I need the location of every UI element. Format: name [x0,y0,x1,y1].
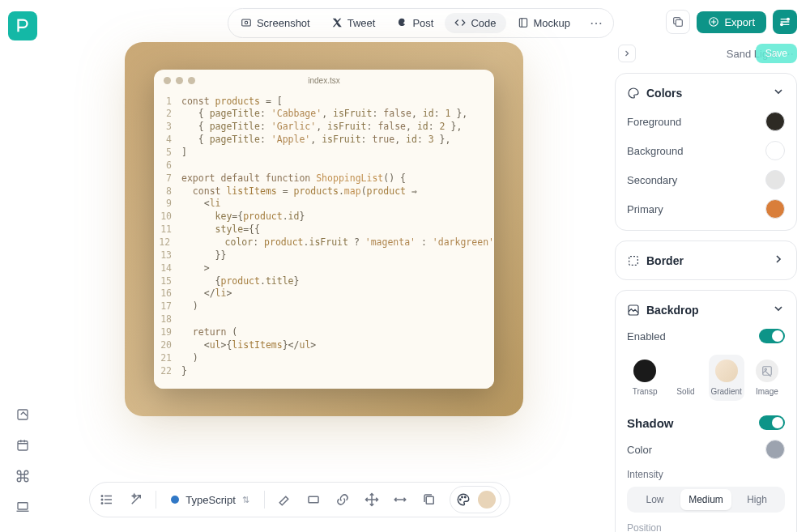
highlighter-icon[interactable] [276,490,294,509]
backdrop-frame[interactable]: index.tsx 1const products = [2 { pageTit… [125,42,523,416]
chevron-down-icon [772,85,785,100]
svg-point-9 [781,23,783,26]
intensity-label: Intensity [627,469,785,480]
laptop-icon[interactable] [15,500,30,517]
sidebar-collapse[interactable] [618,45,636,62]
language-label: TypeScript [185,494,235,506]
color-swatch[interactable] [765,170,785,189]
color-row: Primary [627,199,785,219]
backdrop-panel: Backdrop Enabled TranspSolidGradientImag… [615,290,797,532]
svg-point-15 [460,499,462,500]
svg-rect-6 [676,19,683,26]
backdrop-enabled-toggle[interactable] [759,329,785,343]
color-swatch[interactable] [765,112,785,131]
intensity-segmented: LowMediumHigh [627,487,785,513]
canvas: index.tsx 1const products = [2 { pageTit… [45,42,603,475]
mode-more[interactable]: ⋯ [582,11,611,35]
backdrop-option[interactable]: Transp [627,355,663,401]
code-line: 18 [154,313,494,326]
code-line: 12 color: product.isFruit ? 'magenta' : … [154,236,494,249]
command-icon[interactable] [15,469,30,487]
edit-icon[interactable] [15,407,30,425]
intensity-option[interactable]: Medium [680,489,731,510]
code-line: 4 { pageTitle: 'Apple', isFruit: true, i… [154,134,494,147]
code-line: 14 > [154,262,494,275]
code-line: 13 }} [154,249,494,262]
colors-panel: Colors ForegroundBackgroundSecondaryPrim… [615,73,797,231]
list-icon[interactable] [98,490,116,509]
code-line: 3 { pageTitle: 'Garlic', isFruit: false,… [154,121,494,134]
move-icon[interactable] [363,490,381,509]
color-swatch[interactable] [765,141,785,160]
border-panel: Border [615,240,797,280]
mode-screenshot[interactable]: Screenshot [231,13,320,33]
mode-mockup[interactable]: Mockup [508,13,581,33]
link-icon[interactable] [334,490,352,509]
code-line: 5] [154,147,494,160]
mode-post[interactable]: Post [386,13,443,33]
color-label: Foreground [627,116,681,128]
theme-swatch [478,491,496,509]
svg-rect-20 [763,367,772,376]
shadow-color-swatch[interactable] [765,440,785,459]
palette-icon [454,490,473,509]
backdrop-option[interactable]: Solid [667,355,703,401]
theme-picker[interactable] [450,486,501,513]
svg-rect-3 [242,19,251,26]
position-label: Position [627,522,785,532]
color-label: Background [627,145,683,157]
left-rail [0,0,45,532]
code-line: 21 ) [154,352,494,365]
window-header: index.tsx [154,70,494,92]
svg-point-11 [101,499,103,500]
code-line: 6 [154,160,494,172]
border-header[interactable]: Border [627,253,785,268]
calendar-icon[interactable] [15,438,30,456]
shadow-color-label: Color [627,444,652,456]
color-row: Foreground [627,112,785,131]
color-row: Background [627,141,785,160]
language-dot [171,496,179,504]
shadow-enabled-toggle[interactable] [759,415,785,430]
color-swatch[interactable] [765,199,785,219]
backdrop-option[interactable]: Image [749,355,785,401]
right-sidebar: Sand Light ⋯ Colors ForegroundBackground… [615,42,797,532]
bottom-dock: TypeScript ⇅ [89,482,510,517]
color-label: Secondary [627,174,677,186]
intensity-option[interactable]: Low [629,489,680,510]
chevron-down-icon [772,302,785,317]
code-body: 1const products = [2 { pageTitle: 'Cabba… [154,92,494,389]
chevron-right-icon [772,253,785,268]
export-button[interactable]: Export [697,11,766,33]
mode-tweet[interactable]: Tweet [322,13,386,33]
intensity-option[interactable]: High [731,489,782,510]
code-line: 9 <li [154,198,494,211]
backdrop-header[interactable]: Backdrop [627,302,785,317]
stack-icon[interactable] [420,490,438,509]
svg-point-16 [462,496,463,498]
svg-point-21 [765,368,766,370]
language-select[interactable]: TypeScript ⇅ [168,494,252,506]
code-line: 19 return ( [154,326,494,339]
app-logo[interactable] [8,11,37,40]
mode-code[interactable]: Code [445,13,505,33]
export-options[interactable] [773,10,797,34]
copy-button[interactable] [666,10,690,34]
colors-header[interactable]: Colors [627,85,785,100]
window-filename: index.tsx [154,76,494,85]
magic-icon[interactable] [127,490,145,509]
svg-rect-5 [519,19,526,28]
color-row: Secondary [627,170,785,189]
code-line: 15 {product.title} [154,275,494,288]
code-window: index.tsx 1const products = [2 { pageTit… [154,70,494,389]
code-line: 1const products = [ [154,96,494,109]
color-label: Primary [627,203,663,215]
width-icon[interactable] [392,490,410,509]
top-toolbar: Screenshot Tweet Post Code Mockup ⋯ Expo… [45,10,797,36]
code-line: 8 const listItems = products.map(product… [154,185,494,198]
save-button[interactable]: Save [756,44,797,63]
aspect-icon[interactable] [305,490,322,509]
svg-rect-18 [629,256,638,265]
svg-rect-1 [18,441,28,450]
backdrop-option[interactable]: Gradient [709,355,744,401]
